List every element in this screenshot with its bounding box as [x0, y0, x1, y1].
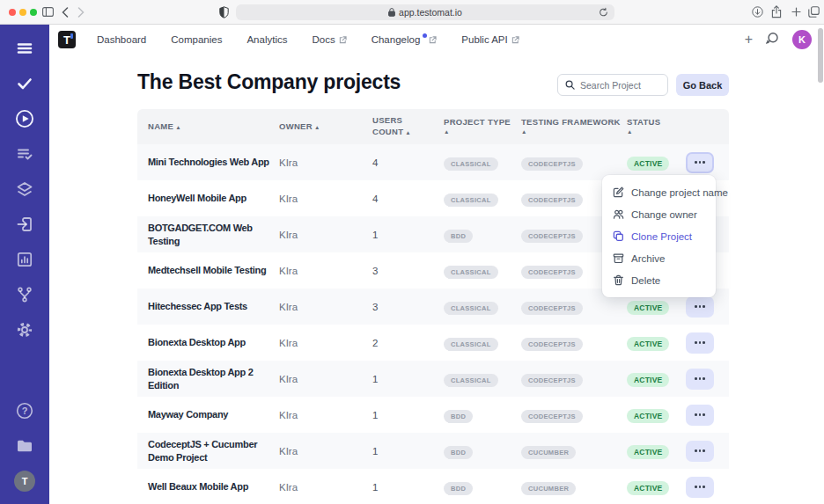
row-actions-button[interactable]: [686, 369, 714, 390]
menu-item-clone-project[interactable]: Clone Project: [602, 225, 716, 247]
new-tab-icon[interactable]: [791, 7, 801, 17]
nav-analytics[interactable]: Analytics: [246, 34, 287, 45]
testomat-logo[interactable]: T: [58, 31, 76, 48]
zoom-window-icon[interactable]: [30, 9, 37, 16]
status-badge: ACTIVE: [627, 409, 669, 423]
testing-framework-badge: CODECEPTJS: [521, 230, 583, 243]
project-owner: KIra: [279, 230, 372, 240]
row-actions-button[interactable]: [686, 332, 714, 354]
project-users-count: 1: [372, 374, 444, 384]
branch-icon[interactable]: [14, 284, 35, 305]
sort-asc-icon: ▲: [405, 129, 411, 135]
menu-item-archive[interactable]: Archive: [602, 247, 716, 269]
import-icon[interactable]: [14, 214, 35, 235]
menu-item-change-project-name[interactable]: Change project name: [602, 181, 716, 203]
refresh-icon[interactable]: [599, 7, 608, 19]
status-badge: ACTIVE: [627, 157, 669, 171]
column-header-status[interactable]: STATUS▲: [627, 117, 686, 136]
row-actions-button[interactable]: [686, 405, 714, 426]
status-badge: ACTIVE: [627, 337, 669, 351]
trash-icon: [613, 274, 624, 286]
nav-companies[interactable]: Companies: [171, 34, 222, 45]
testing-framework-badge: CODECEPTJS: [521, 338, 583, 351]
privacy-shield-icon[interactable]: [219, 6, 229, 18]
minimize-window-icon[interactable]: [19, 9, 26, 16]
project-name[interactable]: HoneyWell Mobile App: [148, 192, 279, 205]
project-name[interactable]: CodeceptJS + Cucumber Demo Project: [148, 438, 279, 464]
run-play-icon[interactable]: [14, 108, 35, 129]
column-header-users-count[interactable]: USERS COUNT▲: [372, 115, 416, 138]
address-bar[interactable]: app.testomat.io: [236, 4, 614, 20]
project-type-badge: BDD: [444, 482, 473, 495]
column-header-name[interactable]: NAME▲: [148, 121, 279, 133]
back-icon[interactable]: [62, 7, 69, 18]
project-owner: KIra: [279, 157, 372, 168]
edit-icon: [613, 186, 624, 198]
forward-icon[interactable]: [77, 7, 85, 18]
row-actions-button[interactable]: [686, 477, 714, 498]
layers-icon[interactable]: [14, 179, 35, 200]
support-chat-icon[interactable]: [766, 32, 779, 48]
search-input[interactable]: [580, 80, 660, 91]
browser-window: app.testomat.io: [0, 0, 824, 504]
settings-gear-icon[interactable]: [14, 319, 35, 340]
downloads-icon[interactable]: [752, 6, 763, 18]
menu-item-change-owner[interactable]: Change owner: [602, 203, 716, 225]
nav-changelog[interactable]: Changelog: [372, 34, 438, 45]
page-scrollbar[interactable]: [818, 28, 823, 83]
go-back-button[interactable]: Go Back: [676, 74, 729, 96]
project-owner: KIra: [279, 266, 372, 276]
share-icon[interactable]: [771, 5, 782, 18]
sidebar-toggle-icon[interactable]: [42, 7, 54, 17]
project-name[interactable]: Medtechsell Mobile Testing: [148, 264, 279, 277]
row-actions-button[interactable]: [686, 152, 714, 173]
nav-dashboard[interactable]: Dashboard: [97, 34, 146, 45]
project-name[interactable]: BOTGADGET.COM Web Testing: [148, 222, 279, 248]
project-name[interactable]: Mayway Company: [148, 408, 279, 421]
projects-folder-icon[interactable]: [14, 435, 35, 457]
row-actions-button[interactable]: [686, 296, 714, 318]
project-users-count: 3: [372, 266, 444, 276]
browser-chrome: app.testomat.io: [0, 0, 824, 25]
project-users-count: 4: [372, 194, 444, 204]
help-icon[interactable]: ?: [14, 400, 35, 421]
nav-public-api[interactable]: Public API: [461, 34, 519, 45]
workspace-avatar[interactable]: T: [14, 471, 35, 492]
project-owner: KIra: [279, 374, 372, 384]
traffic-lights[interactable]: [9, 9, 37, 16]
table-header-row: NAME▲ OWNER▲ USERS COUNT▲ PROJECT TYPE▲ …: [137, 109, 729, 144]
project-owner: KIra: [279, 446, 372, 457]
project-owner: KIra: [279, 482, 372, 493]
project-type-badge: CLASSICAL: [444, 157, 498, 171]
project-name[interactable]: Bionexta Desktop App: [148, 336, 279, 349]
project-owner: KIra: [279, 194, 372, 204]
user-avatar[interactable]: K: [792, 30, 812, 49]
project-type-badge: CLASSICAL: [444, 338, 498, 351]
row-actions-button[interactable]: [686, 441, 714, 462]
column-header-project-type[interactable]: PROJECT TYPE▲: [444, 117, 521, 136]
column-header-testing-framework[interactable]: TESTING FRAMEWORK▲: [521, 117, 627, 136]
menu-item-delete[interactable]: Delete: [602, 269, 716, 291]
project-type-badge: CLASSICAL: [444, 374, 498, 387]
column-header-owner[interactable]: OWNER▲: [279, 121, 372, 133]
project-type-badge: CLASSICAL: [444, 266, 498, 279]
menu-icon[interactable]: [14, 38, 35, 59]
analytics-chart-icon[interactable]: [14, 249, 35, 270]
search-icon: [565, 80, 575, 90]
test-plan-icon[interactable]: [14, 143, 35, 164]
project-name[interactable]: Mini Technologies Web App: [148, 156, 279, 169]
sort-asc-icon: ▲: [444, 128, 521, 136]
page-title: The Best Company projects: [137, 70, 401, 94]
tab-overview-icon[interactable]: [808, 6, 820, 18]
table-row: Bionexta Desktop App 2 Edition KIra 1 CL…: [137, 361, 729, 397]
status-badge: ACTIVE: [627, 301, 669, 315]
project-users-count: 1: [372, 230, 444, 240]
nav-docs[interactable]: Docs: [312, 34, 346, 45]
add-button[interactable]: +: [745, 33, 753, 47]
project-name[interactable]: Bionexta Desktop App 2 Edition: [148, 366, 279, 392]
project-name[interactable]: Well Beaux Mobile App: [148, 480, 279, 493]
close-window-icon[interactable]: [9, 9, 16, 16]
project-name[interactable]: Hitechessec App Tests: [148, 300, 279, 313]
tasks-check-icon[interactable]: [14, 73, 35, 94]
main-area: T Dashboard Companies Analytics Docs Cha…: [49, 25, 824, 504]
